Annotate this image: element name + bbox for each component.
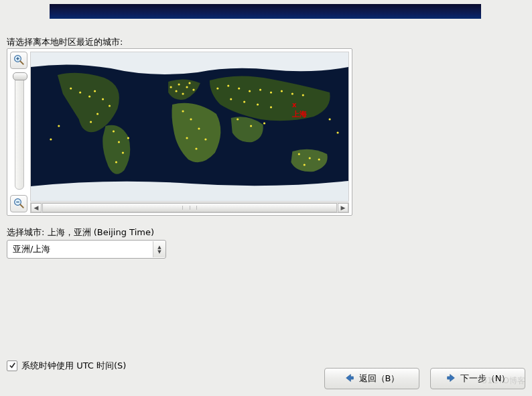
combobox-spinner[interactable]: ▲ ▼ bbox=[153, 241, 165, 257]
svg-point-45 bbox=[257, 103, 259, 105]
utc-checkbox-label: 系统时钟使用 UTC 时间(S) bbox=[21, 360, 126, 372]
arrow-right-icon bbox=[446, 373, 456, 385]
svg-point-36 bbox=[238, 87, 240, 89]
svg-point-26 bbox=[175, 90, 177, 92]
svg-point-30 bbox=[198, 127, 200, 129]
zoom-out-icon bbox=[13, 197, 25, 211]
svg-point-44 bbox=[243, 101, 245, 103]
svg-point-20 bbox=[127, 137, 129, 139]
back-button[interactable]: 返回（B） bbox=[324, 368, 419, 389]
svg-point-34 bbox=[216, 87, 218, 89]
svg-point-27 bbox=[188, 82, 190, 84]
svg-point-33 bbox=[186, 137, 188, 139]
timezone-combobox-value: 亚洲/上海 bbox=[7, 243, 153, 255]
marker-x-icon: x bbox=[292, 101, 296, 109]
svg-point-52 bbox=[318, 158, 320, 160]
svg-line-1 bbox=[20, 61, 23, 64]
svg-point-11 bbox=[94, 90, 96, 92]
svg-point-17 bbox=[118, 141, 120, 143]
svg-point-48 bbox=[250, 125, 252, 127]
scroll-thumb[interactable] bbox=[42, 203, 337, 212]
svg-point-25 bbox=[182, 92, 184, 94]
zoom-in-icon bbox=[13, 54, 25, 68]
svg-point-54 bbox=[58, 125, 60, 127]
back-button-label: 返回（B） bbox=[359, 373, 400, 385]
zoom-slider-track[interactable] bbox=[15, 73, 24, 190]
svg-point-53 bbox=[304, 163, 306, 166]
timezone-combobox[interactable]: 亚洲/上海 ▲ ▼ bbox=[7, 240, 166, 259]
scroll-left-button[interactable]: ◀ bbox=[31, 203, 42, 212]
world-map-image bbox=[31, 52, 348, 201]
selected-city-marker: x 上海 bbox=[292, 101, 307, 119]
svg-point-55 bbox=[50, 138, 52, 140]
svg-point-22 bbox=[178, 83, 180, 85]
svg-point-47 bbox=[237, 118, 239, 120]
svg-point-16 bbox=[113, 130, 115, 132]
svg-point-39 bbox=[270, 91, 272, 93]
prompt-label: 请选择离本地时区最近的城市: bbox=[7, 36, 123, 48]
zoom-out-button[interactable] bbox=[10, 195, 27, 212]
svg-point-32 bbox=[195, 147, 197, 149]
svg-point-23 bbox=[186, 86, 188, 88]
next-button-label: 下一步（N） bbox=[460, 373, 511, 385]
utc-checkbox[interactable] bbox=[7, 360, 17, 371]
header-banner bbox=[50, 4, 481, 19]
utc-checkbox-row: 系统时钟使用 UTC 时间(S) bbox=[7, 360, 126, 372]
svg-point-24 bbox=[192, 88, 194, 90]
svg-point-43 bbox=[230, 98, 232, 100]
chevron-up-icon: ▲ bbox=[157, 245, 161, 249]
svg-point-31 bbox=[204, 138, 206, 140]
svg-point-46 bbox=[270, 106, 272, 108]
svg-point-40 bbox=[281, 90, 283, 92]
svg-point-35 bbox=[227, 84, 229, 86]
svg-point-8 bbox=[70, 87, 72, 89]
arrow-left-icon bbox=[344, 373, 355, 385]
svg-point-9 bbox=[79, 91, 81, 93]
timezone-map[interactable]: x 上海 bbox=[30, 52, 349, 202]
svg-point-28 bbox=[182, 110, 184, 112]
zoom-in-button[interactable] bbox=[10, 52, 27, 69]
svg-point-12 bbox=[102, 98, 104, 100]
zoom-slider-handle[interactable] bbox=[13, 72, 27, 80]
svg-point-15 bbox=[90, 121, 92, 123]
svg-point-51 bbox=[309, 157, 311, 159]
svg-point-29 bbox=[190, 118, 192, 120]
svg-point-41 bbox=[291, 92, 293, 94]
svg-point-21 bbox=[170, 86, 172, 88]
marker-city-label: 上海 bbox=[292, 110, 307, 119]
check-icon bbox=[9, 361, 16, 371]
svg-point-13 bbox=[109, 105, 111, 107]
wizard-navigation: 返回（B） 下一步（N） bbox=[324, 368, 525, 389]
svg-point-42 bbox=[302, 94, 304, 96]
next-button[interactable]: 下一步（N） bbox=[430, 368, 525, 389]
svg-point-18 bbox=[122, 151, 124, 153]
svg-line-5 bbox=[20, 204, 23, 208]
svg-point-37 bbox=[249, 90, 251, 92]
scroll-right-button[interactable]: ▶ bbox=[338, 203, 348, 212]
chevron-down-icon: ▼ bbox=[157, 250, 161, 254]
timezone-map-frame: x 上海 ◀ ▶ bbox=[7, 48, 352, 216]
svg-point-50 bbox=[298, 153, 300, 155]
svg-point-19 bbox=[115, 161, 117, 163]
selected-city-label: 选择城市: 上海，亚洲 (Beijing Time) bbox=[7, 226, 154, 239]
svg-point-38 bbox=[259, 88, 261, 90]
svg-point-10 bbox=[88, 95, 90, 97]
map-horizontal-scrollbar[interactable]: ◀ ▶ bbox=[30, 202, 349, 213]
svg-point-14 bbox=[96, 113, 98, 115]
svg-point-49 bbox=[263, 122, 265, 124]
svg-point-56 bbox=[336, 131, 338, 133]
svg-point-57 bbox=[329, 118, 331, 120]
